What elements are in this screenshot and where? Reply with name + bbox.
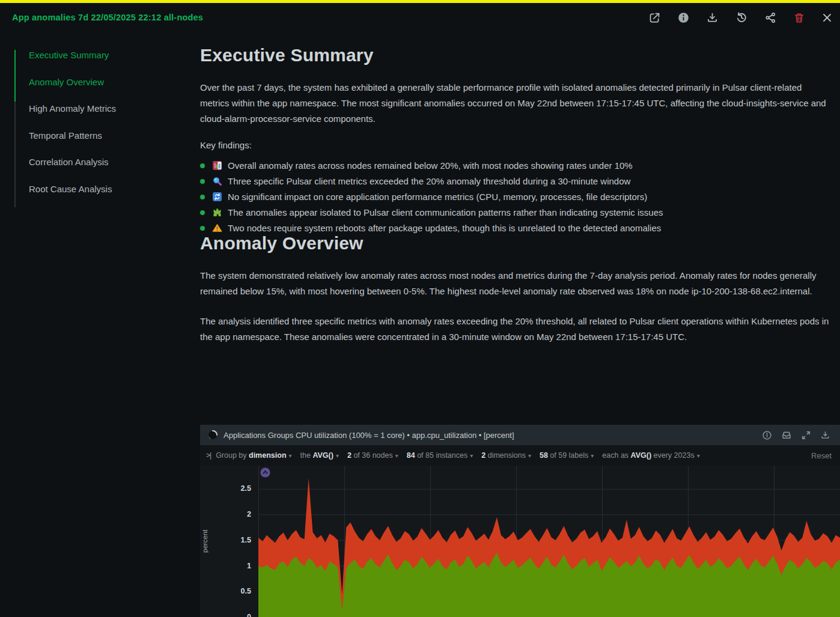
close-icon[interactable]: [821, 12, 833, 23]
expand-icon[interactable]: [801, 430, 811, 440]
info-icon[interactable]: [677, 11, 690, 24]
labels-dropdown[interactable]: 58 of 59 labels▾: [540, 451, 594, 460]
sidebar-item-temporal-patterns[interactable]: Temporal Patterns: [29, 131, 116, 141]
y-axis-label: percent: [201, 518, 211, 564]
puzzle-icon: [212, 207, 222, 217]
key-findings-list: Overall anomaly rates across nodes remai…: [200, 160, 832, 233]
bullet-dot: [200, 179, 205, 184]
chevron-down-icon: ▾: [395, 452, 398, 459]
anomaly-rate-badge-icon[interactable]: [260, 467, 271, 478]
warning-icon: [212, 223, 222, 233]
y-tick: 2: [215, 510, 251, 518]
y-tick: 1.5: [215, 536, 251, 544]
chart-plot-region[interactable]: percent 2.5 2 1.5 1 0.5 0: [200, 466, 840, 617]
report-title: App anomalies 7d 22/05/2025 22:12 all-no…: [12, 13, 203, 22]
download-icon[interactable]: [706, 11, 719, 24]
share-icon[interactable]: [764, 11, 777, 24]
sidebar-active-indicator: [14, 50, 16, 102]
y-tick: 0.5: [215, 587, 251, 595]
sidebar-item-root-cause-analysis[interactable]: Root Cause Analysis: [29, 184, 116, 194]
instances-dropdown[interactable]: 84 of 85 instances▾: [407, 451, 473, 460]
magnifier-icon: [212, 176, 222, 186]
bullet-dot: [200, 163, 205, 168]
list-item: The anomalies appear isolated to Pulsar …: [200, 207, 832, 217]
key-findings-label: Key findings:: [200, 138, 832, 153]
y-tick: 0: [215, 613, 251, 617]
sidebar-item-executive-summary[interactable]: Executive Summary: [29, 50, 116, 60]
report-window: App anomalies 7d 22/05/2025 22:12 all-no…: [0, 0, 840, 617]
list-item: Two nodes require system reboots after p…: [200, 223, 832, 233]
chart-handle-icon[interactable]: [207, 430, 218, 440]
exec-summary-heading: Executive Summary: [200, 45, 832, 65]
header-toolbar: [648, 11, 833, 24]
chart-download-icon[interactable]: [820, 430, 830, 440]
chevron-down-icon: ▾: [528, 452, 531, 459]
chevron-down-icon: ▾: [289, 452, 292, 459]
reset-button[interactable]: Reset: [811, 451, 834, 460]
y-tick: 1: [215, 562, 251, 570]
finding-text: The anomalies appear isolated to Pulsar …: [228, 207, 663, 217]
nodes-dropdown[interactable]: 2 of 36 nodes▾: [347, 451, 398, 460]
list-item: No significant impact on core applicatio…: [200, 192, 832, 202]
chevron-down-icon: ▾: [470, 452, 473, 459]
finding-text: Two nodes require system reboots after p…: [228, 223, 661, 233]
collapse-toolbar-icon[interactable]: >|: [206, 451, 211, 460]
stacked-area-chart[interactable]: [258, 466, 840, 617]
finding-text: Overall anomaly rates across nodes remai…: [228, 160, 633, 171]
chart-info-icon[interactable]: [762, 430, 772, 440]
cpu-utilization-chart-card: Applications Groups CPU utilization (100…: [200, 425, 840, 617]
aggregate-dropdown[interactable]: the AVG()▾: [300, 451, 339, 460]
bullet-dot: [200, 195, 205, 199]
sidebar-item-high-anomaly-metrics[interactable]: High Anomaly Metrics: [29, 104, 116, 114]
y-tick: 2.5: [215, 484, 251, 493]
each-as-dropdown[interactable]: each as AVG() every 2023s▾: [602, 451, 699, 460]
finding-text: No significant impact on core applicatio…: [228, 192, 647, 202]
window-focus-border: [0, 0, 840, 3]
chart-header-toolbar: [762, 430, 833, 440]
sidebar-item-correlation-analysis[interactable]: Correlation Analysis: [29, 157, 116, 167]
chevron-down-icon: ▾: [336, 452, 339, 459]
report-body: Executive Summary Over the past 7 days, …: [200, 45, 832, 345]
anomaly-overview-heading: Anomaly Overview: [200, 233, 832, 254]
chart-source-icon[interactable]: [781, 430, 792, 440]
chevron-down-icon: ▾: [591, 452, 594, 459]
open-external-icon[interactable]: [648, 11, 661, 24]
bullet-dot: [200, 226, 205, 231]
anomaly-overview-paragraph-2: The analysis identified three specific m…: [200, 314, 832, 345]
chart-title: Applications Groups CPU utilization (100…: [224, 431, 514, 440]
anomaly-overview-paragraph-1: The system demonstrated relatively low a…: [200, 268, 832, 299]
exec-summary-paragraph: Over the past 7 days, the system has exh…: [200, 80, 832, 127]
list-item: Overall anomaly rates across nodes remai…: [200, 160, 832, 171]
finding-text: Three specific Pulsar client metrics exc…: [228, 176, 630, 186]
chart-toolbar: >| Group by dimension▾ the AVG()▾ 2 of 3…: [200, 445, 840, 466]
list-item: Three specific Pulsar client metrics exc…: [200, 176, 832, 186]
refresh-icon: [212, 192, 222, 202]
sidebar-item-anomaly-overview[interactable]: Anomaly Overview: [29, 78, 116, 87]
trash-icon[interactable]: [793, 11, 805, 24]
chart-header: Applications Groups CPU utilization (100…: [200, 425, 840, 445]
section-nav: Executive Summary Anomaly Overview High …: [29, 50, 116, 194]
bar-chart-icon: [212, 160, 222, 171]
bullet-dot: [200, 210, 205, 215]
history-icon[interactable]: [735, 11, 748, 24]
group-by-dropdown[interactable]: Group by dimension▾: [216, 451, 291, 460]
chevron-down-icon: ▾: [697, 452, 700, 459]
dimensions-dropdown[interactable]: 2 dimensions▾: [481, 451, 531, 460]
